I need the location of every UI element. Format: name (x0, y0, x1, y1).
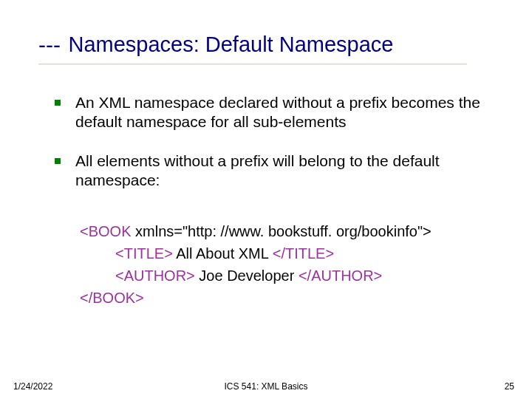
bullet-text: An XML namespace declared without a pref… (75, 93, 498, 132)
xml-tag: </AUTHOR> (299, 267, 382, 284)
code-line: <BOOK xmlns="http: //www. bookstuff. org… (80, 220, 501, 242)
xml-text: All About XML (173, 245, 273, 262)
xml-attrs: xmlns="http: //www. bookstuff. org/booki… (131, 223, 431, 239)
xml-tag: <TITLE> (115, 245, 173, 262)
bullet-square-icon (55, 100, 61, 106)
code-line: <AUTHOR> Joe Developer </AUTHOR> (80, 265, 501, 287)
body: An XML namespace declared without a pref… (55, 93, 498, 209)
title-underline (38, 64, 467, 64)
footer-page-number: 25 (505, 381, 514, 392)
bullet-square-icon (55, 158, 61, 164)
xml-tag: </BOOK> (80, 290, 144, 306)
slide-title: --- Namespaces: Default Namespace (38, 33, 504, 57)
xml-tag: </TITLE> (273, 245, 334, 262)
footer-center: ICS 541: XML Basics (0, 381, 532, 392)
bullet-text: All elements without a prefix will belon… (75, 151, 498, 191)
title-text: Namespaces: Default Namespace (68, 33, 393, 56)
xml-text: Joe Developer (195, 267, 299, 284)
bullet-item: All elements without a prefix will belon… (55, 151, 498, 191)
code-line: </BOOK> (80, 287, 501, 309)
code-line: <TITLE> All About XML </TITLE> (80, 242, 501, 265)
title-prefix: --- (38, 34, 61, 56)
bullet-item: An XML namespace declared without a pref… (55, 93, 498, 132)
code-block: <BOOK xmlns="http: //www. bookstuff. org… (80, 220, 501, 309)
xml-tag: <BOOK (80, 223, 131, 239)
slide: --- Namespaces: Default Namespace An XML… (0, 0, 532, 399)
xml-tag: <AUTHOR> (115, 267, 195, 284)
